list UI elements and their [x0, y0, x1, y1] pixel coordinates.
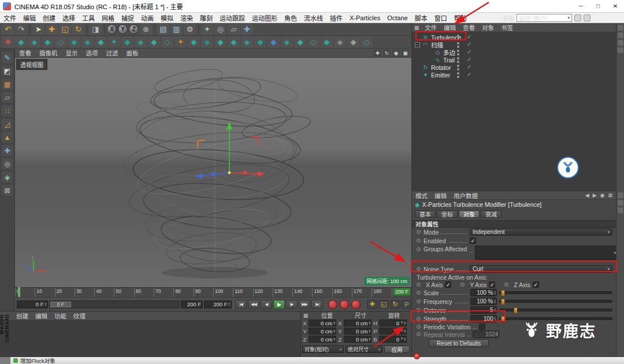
size-field[interactable]: 0 cm▴▾ [344, 328, 372, 335]
periodic-variation-checkbox[interactable] [479, 324, 485, 330]
anim-dot-icon[interactable] [417, 299, 421, 303]
points-mode-icon[interactable]: ∷ [2, 105, 13, 116]
xp-cellauto-icon[interactable]: ◆ [321, 36, 333, 48]
layout-icon-2[interactable] [584, 14, 590, 21]
history-back-icon[interactable]: ◀ [585, 192, 589, 198]
workplane-icon[interactable]: ▱ [228, 24, 240, 35]
make-editable-icon[interactable]: ✎ [2, 52, 13, 63]
position-field[interactable]: 0 cm▴▾ [309, 336, 336, 343]
material-menu-item[interactable]: 编辑 [32, 311, 51, 320]
menu-item[interactable]: 捕捉 [118, 13, 138, 23]
anim-dot-icon[interactable] [460, 283, 465, 287]
xp-gray-tool-icon[interactable]: ◈ [334, 36, 346, 48]
menu-item[interactable]: 模拟 [157, 13, 177, 23]
polygons-mode-icon[interactable]: ▲ [2, 132, 13, 143]
menu-item[interactable]: 窗口 [431, 13, 451, 23]
xp-action-icon[interactable]: ◈ [81, 36, 94, 48]
coord-system-icon[interactable]: ⊕ [140, 24, 152, 35]
object-name[interactable]: Trail [443, 57, 455, 64]
y-axis-checkbox[interactable]: ✓ [489, 281, 495, 288]
x-axis-checkbox[interactable]: ✓ [445, 281, 451, 288]
xp-system-icon[interactable]: ❖ [2, 36, 14, 48]
menu-item[interactable]: 角色 [281, 13, 300, 23]
attribute-menu-item[interactable]: 编辑 [431, 191, 450, 199]
xp-explosia-icon[interactable]: ◆ [228, 36, 240, 48]
menu-item[interactable]: X-Particles [346, 13, 384, 23]
material-menu-item[interactable]: 功能 [51, 311, 70, 320]
visibility-dots[interactable] [457, 72, 459, 78]
power-slider[interactable]: 0 F [49, 300, 180, 309]
xp-openvdb-icon[interactable]: ◆ [214, 36, 226, 48]
layout-tab-icon[interactable] [618, 47, 623, 53]
menu-item[interactable]: 运动图形 [248, 13, 281, 23]
object-manager-menu-item[interactable]: 对象 [478, 23, 497, 32]
rotation-field[interactable]: 0 °▴▾ [379, 320, 407, 326]
last-tool-icon[interactable]: ◨ [90, 24, 102, 35]
object-name[interactable]: 多边 [443, 48, 455, 57]
enabled-check-icon[interactable]: ✓ [467, 71, 471, 77]
menu-item[interactable]: 网格 [98, 13, 118, 23]
timeline-ruler[interactable]: 0102030405060708090100110120130140150160… [15, 287, 411, 297]
xp-orange-tool-icon[interactable]: ✦ [174, 36, 187, 48]
redo-icon[interactable]: ↷ [15, 24, 27, 35]
live-selection-icon[interactable]: ➤ [32, 24, 44, 35]
apply-button[interactable]: 应用 [384, 346, 410, 353]
interface-select[interactable]: 启动 (用户) ▾ [517, 14, 572, 22]
xp-groups-icon[interactable]: ◈ [281, 36, 293, 48]
pan-view-icon[interactable]: ✚ [374, 50, 381, 57]
separator[interactable] [104, 25, 105, 34]
xp-sound-icon[interactable]: ◇ [161, 36, 173, 48]
enable-axis-icon[interactable]: ✚ [2, 145, 13, 156]
menu-item[interactable]: 帮助 [451, 13, 470, 23]
rotate-tool-icon[interactable]: ↻ [72, 24, 84, 35]
layout-tab-icon[interactable] [618, 40, 623, 46]
xp-help-icon[interactable]: ◇ [361, 36, 373, 48]
render-picture-viewer-icon[interactable]: ▥ [170, 24, 183, 35]
object-name[interactable]: 扫描 [431, 40, 443, 49]
frequency-field[interactable]: 100 %▴▾ [470, 298, 497, 305]
range-end-field[interactable]: 200 F [181, 300, 203, 309]
menu-item[interactable]: 选择 [59, 13, 79, 23]
lock-workplane-icon[interactable]: ⊠ [2, 185, 13, 196]
object-name[interactable]: Emitter [431, 72, 450, 79]
menu-item[interactable]: 工具 [79, 13, 98, 23]
xp-elektrix-icon[interactable]: ◇ [307, 36, 320, 48]
layout-tab-icon[interactable] [618, 25, 623, 31]
goto-end-button[interactable]: ▶| [311, 300, 323, 309]
menu-item[interactable]: 雕刻 [196, 13, 216, 23]
frequency-slider[interactable] [499, 300, 612, 303]
z-axis-checkbox[interactable]: ✓ [533, 281, 539, 288]
attribute-menu-item[interactable]: 模式 [412, 191, 431, 199]
xp-skinner-icon[interactable]: ◈ [201, 36, 213, 48]
anim-dot-icon[interactable] [417, 283, 421, 287]
enabled-check-icon[interactable]: ✓ [467, 56, 471, 62]
next-frame-button[interactable]: ▶ [286, 300, 298, 309]
record-keyframe-button[interactable] [328, 300, 337, 309]
maximize-view-icon[interactable]: ▣ [402, 50, 409, 57]
magic-wand-icon[interactable]: ✦ [201, 24, 213, 35]
scale-tool-icon[interactable]: ◱ [59, 24, 71, 35]
anim-dot-icon[interactable] [417, 239, 421, 243]
lock-icon[interactable]: ⊠ [608, 192, 612, 198]
object-row[interactable]: ∿ Trail ✓ [412, 56, 616, 64]
layout-tab-icon[interactable] [618, 207, 623, 213]
menu-item[interactable]: 渲染 [177, 13, 196, 23]
next-key-button[interactable]: ▶▶ [299, 300, 310, 309]
record-options-button[interactable] [351, 300, 361, 309]
xp-render-icon[interactable]: ◆ [188, 36, 200, 48]
edges-mode-icon[interactable]: ◿ [2, 118, 13, 129]
texture-mode-icon[interactable]: ▦ [2, 79, 13, 90]
object-row[interactable]: ✦ Emitter ✓ [412, 71, 616, 79]
size-mode-select[interactable]: 绝对尺寸▾ [346, 346, 382, 353]
close-button[interactable]: ✕ [607, 0, 624, 12]
key-parameter-toggle[interactable]: P [402, 300, 412, 309]
position-field[interactable]: 0 cm▴▾ [309, 328, 336, 335]
anim-dot-icon[interactable] [417, 247, 421, 251]
viewport-menu-item[interactable]: 查看 [15, 49, 35, 57]
material-menu-item[interactable]: 纹理 [70, 311, 89, 320]
xp-modifier-icon[interactable]: ◆ [95, 36, 107, 48]
history-forward-icon[interactable]: ▶ [593, 192, 597, 198]
visibility-dots[interactable] [457, 65, 459, 70]
xp-nexus-icon[interactable]: ◈ [241, 36, 253, 48]
anim-dot-icon[interactable] [417, 332, 421, 336]
